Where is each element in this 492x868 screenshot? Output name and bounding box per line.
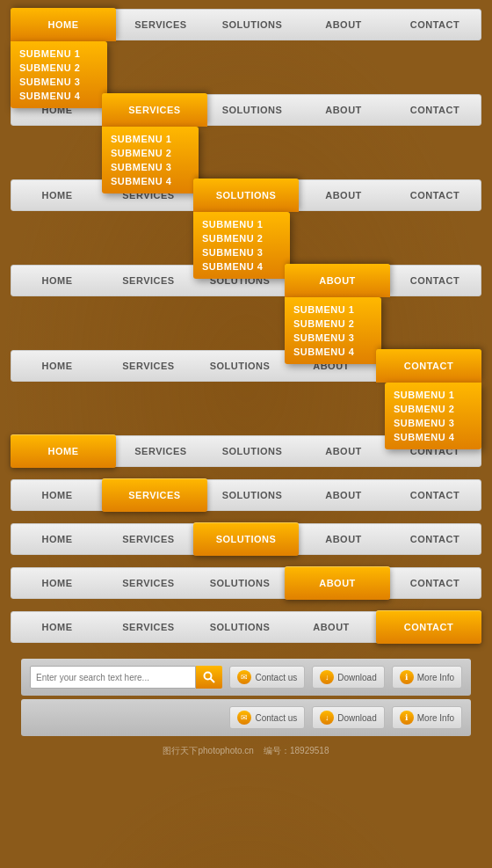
moreinfo-button-2[interactable]: ℹ More Info [392,706,462,729]
nav-services-2[interactable]: SERVICES Submenu 1 Submenu 2 Submenu 3 S… [102,93,207,127]
nav-home-6[interactable]: HOME [11,434,116,468]
download-button-1[interactable]: ↓ Download [312,666,384,689]
search-input[interactable] [30,666,196,689]
nav-about-2[interactable]: ABOUT [298,95,389,125]
dropdown-contact: Submenu 1 Submenu 2 Submenu 3 Submenu 4 [385,383,481,449]
nav-about-7[interactable]: ABOUT [298,480,389,510]
navbar-10: HOME SERVICES SOLUTIONS ABOUT CONTACT [11,611,481,643]
nav-services-1[interactable]: SERVICES [115,10,206,40]
submenu-item[interactable]: Submenu 3 [394,416,473,430]
nav-about-4[interactable]: ABOUT Submenu 1 Submenu 2 Submenu 3 Subm… [285,264,390,297]
nav-solutions-7[interactable]: SOLUTIONS [206,480,298,510]
submenu-item[interactable]: Submenu 3 [293,331,373,345]
nav-home-3[interactable]: HOME [11,180,103,210]
navbar-5: HOME SERVICES SOLUTIONS ABOUT CONTACT Su… [11,350,481,382]
nav-contact-1[interactable]: CONTACT [389,10,481,40]
search-box [30,666,222,689]
nav-services-5[interactable]: SERVICES [103,351,194,381]
nav-home-5[interactable]: HOME [11,351,103,381]
navbar-9: HOME SERVICES SOLUTIONS ABOUT CONTACT [11,567,481,599]
nav-services-8[interactable]: SERVICES [103,524,194,554]
submenu-item[interactable]: Submenu 4 [202,259,281,274]
nav-about-6[interactable]: ABOUT [298,436,389,466]
watermark: 图行天下photophoto.cn 编号：18929518 [0,740,492,761]
footer-row-1: ✉ Contact us ↓ Download ℹ More Info [21,659,471,696]
nav-about-1[interactable]: ABOUT [298,10,389,40]
nav-home-10[interactable]: HOME [11,612,103,642]
info-icon: ℹ [400,670,414,684]
contact-button-2[interactable]: ✉ Contact us [229,706,305,729]
nav-solutions-9[interactable]: SOLUTIONS [194,568,286,598]
nav-contact-7[interactable]: CONTACT [389,480,481,510]
dropdown-about: Submenu 1 Submenu 2 Submenu 3 Submenu 4 [285,297,381,364]
info-icon-2: ℹ [400,711,414,725]
submenu-item[interactable]: Submenu 1 [111,132,190,146]
contact-button-1[interactable]: ✉ Contact us [229,666,305,689]
nav-solutions-10[interactable]: SOLUTIONS [194,612,286,642]
submenu-item[interactable]: Submenu 2 [19,61,98,75]
nav-solutions-1[interactable]: SOLUTIONS [206,10,298,40]
submenu-item[interactable]: Submenu 2 [293,317,373,331]
svg-line-1 [211,679,215,683]
footer-row-2: ✉ Contact us ↓ Download ℹ More Info [21,699,471,736]
nav-contact-8[interactable]: CONTACT [389,524,481,554]
navbar-7: HOME SERVICES SOLUTIONS ABOUT CONTACT [11,479,481,511]
envelope-icon-2: ✉ [237,711,251,725]
submenu-item[interactable]: Submenu 4 [394,430,473,444]
nav-home-8[interactable]: HOME [11,524,103,554]
download-icon: ↓ [320,670,334,684]
download-button-2[interactable]: ↓ Download [312,706,384,729]
nav-solutions-3[interactable]: SOLUTIONS Submenu 1 Submenu 2 Submenu 3 … [193,179,299,212]
submenu-item[interactable]: Submenu 1 [293,303,373,317]
nav-home-7[interactable]: HOME [11,480,103,510]
nav-services-9[interactable]: SERVICES [103,568,194,598]
nav-contact-2[interactable]: CONTACT [389,95,481,125]
search-button[interactable] [196,666,222,689]
navbar-1: HOME Submenu 1 Submenu 2 Submenu 3 Subme… [11,9,481,40]
submenu-item[interactable]: Submenu 2 [202,231,281,245]
dropdown-services: Submenu 1 Submenu 2 Submenu 3 Submenu 4 [102,127,199,193]
dropdown-solutions: Submenu 1 Submenu 2 Submenu 3 Submenu 4 [193,212,290,279]
submenu-item[interactable]: Submenu 1 [202,217,281,231]
dropdown-home: Submenu 1 Submenu 2 Submenu 3 Submenu 4 [11,41,107,108]
submenu-item[interactable]: Submenu 3 [202,245,281,259]
navbar-8: HOME SERVICES SOLUTIONS ABOUT CONTACT [11,523,481,555]
nav-about-3[interactable]: ABOUT [298,180,389,210]
nav-home-4[interactable]: HOME [11,266,103,295]
submenu-item[interactable]: Submenu 2 [394,402,473,416]
submenu-item[interactable]: Submenu 4 [111,174,190,188]
submenu-item[interactable]: Submenu 3 [19,75,98,89]
nav-contact-5[interactable]: CONTACT Submenu 1 Submenu 2 Submenu 3 Su… [376,349,481,383]
submenu-item[interactable]: Submenu 3 [111,160,190,174]
nav-contact-9[interactable]: CONTACT [389,568,481,598]
nav-services-4[interactable]: SERVICES [103,266,194,295]
nav-solutions-2[interactable]: SOLUTIONS [206,95,298,125]
submenu-item[interactable]: Submenu 2 [111,146,190,160]
nav-solutions-5[interactable]: SOLUTIONS [194,351,286,381]
download-icon-2: ↓ [320,711,334,725]
nav-about-9[interactable]: ABOUT [285,566,390,600]
nav-services-6[interactable]: SERVICES [115,436,206,466]
submenu-item[interactable]: Submenu 4 [19,89,98,103]
submenu-item[interactable]: Submenu 1 [19,47,98,61]
nav-home-9[interactable]: HOME [11,568,103,598]
nav-about-8[interactable]: ABOUT [298,524,389,554]
nav-contact-10[interactable]: CONTACT [376,610,481,644]
svg-point-0 [205,673,212,680]
submenu-item[interactable]: Submenu 1 [394,388,473,402]
nav-home-1[interactable]: HOME Submenu 1 Submenu 2 Submenu 3 Subme… [11,8,116,41]
submenu-item[interactable]: Submenu 4 [293,345,373,359]
nav-services-10[interactable]: SERVICES [103,612,194,642]
navbar-3: HOME SERVICES SOLUTIONS Submenu 1 Submen… [11,179,481,211]
nav-solutions-6[interactable]: SOLUTIONS [206,436,298,466]
nav-solutions-8[interactable]: SOLUTIONS [193,522,299,556]
nav-contact-4[interactable]: CONTACT [389,266,481,295]
nav-contact-3[interactable]: CONTACT [389,180,481,210]
moreinfo-button-1[interactable]: ℹ More Info [392,666,462,689]
nav-about-10[interactable]: ABOUT [286,612,377,642]
envelope-icon: ✉ [237,670,251,684]
nav-services-7[interactable]: SERVICES [102,478,207,512]
